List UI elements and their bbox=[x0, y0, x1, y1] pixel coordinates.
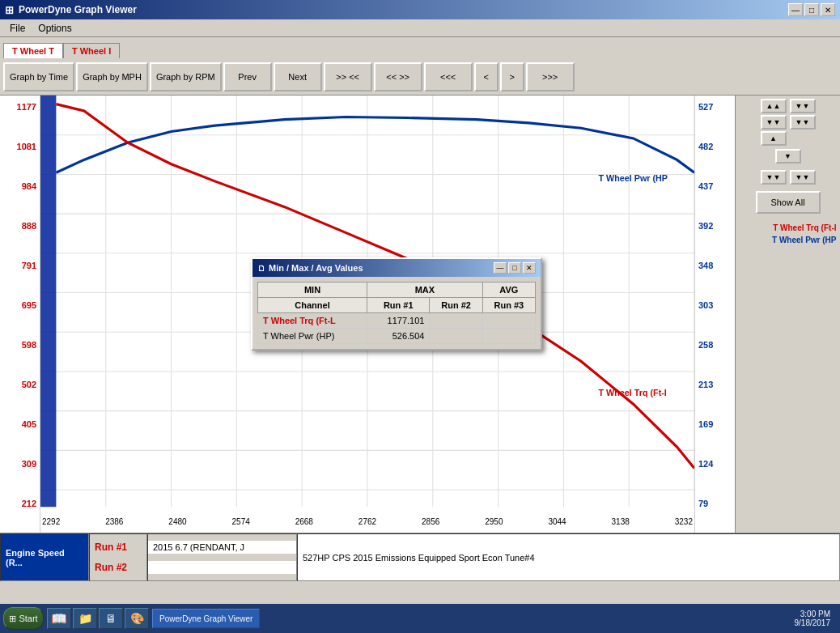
row2-channel: T Wheel Pwr (HP) bbox=[258, 329, 367, 344]
y-right-label-10: 79 bbox=[695, 499, 735, 508]
y-left-label-6: 598 bbox=[0, 340, 40, 350]
nav1-button[interactable]: >> << bbox=[324, 62, 372, 91]
start-button[interactable]: ⊞ Start bbox=[3, 607, 44, 630]
modal-title: Min / Max / Avg Values bbox=[269, 263, 363, 273]
nav3-button[interactable]: <<< bbox=[424, 62, 473, 91]
taskbar-icon2[interactable]: 📁 bbox=[73, 608, 97, 629]
nav2-button[interactable]: << >> bbox=[374, 62, 422, 91]
minimize-button[interactable]: — bbox=[788, 3, 803, 16]
run2-label: Run #2 bbox=[90, 560, 146, 575]
scroll-up-btn[interactable]: ▲ bbox=[761, 131, 787, 146]
x-label-10: 3232 bbox=[675, 517, 693, 526]
y-left-label-9: 309 bbox=[0, 459, 40, 469]
y-left-label-4: 791 bbox=[0, 261, 40, 270]
modal-maximize[interactable]: □ bbox=[508, 262, 521, 274]
y-left-label-0: 1177 bbox=[0, 102, 40, 112]
col-run1: Run #1 bbox=[367, 298, 430, 313]
svg-text:T Wheel Pwr (HP: T Wheel Pwr (HP bbox=[598, 173, 668, 183]
minmax-table: MIN MAX AVG Channel Run #1 Run #2 Run #3 bbox=[257, 282, 536, 344]
taskbar: ⊞ Start 📖 📁 🖥 🎨 PowerDyne Graph Viewer 3… bbox=[0, 604, 840, 633]
taskbar-icon3[interactable]: 🖥 bbox=[99, 608, 123, 629]
legend-area: T Wheel Trq (Ft-l T Wheel Pwr (HP bbox=[740, 223, 837, 244]
row1-run2 bbox=[430, 313, 482, 329]
graph-by-rpm-button[interactable]: Graph by RPM bbox=[150, 62, 222, 91]
scroll-left-left-btn[interactable]: ▼▼ bbox=[790, 115, 816, 130]
scroll-up-up-btn[interactable]: ▲▲ bbox=[761, 99, 787, 113]
y-left-label-2: 984 bbox=[0, 181, 40, 191]
start-label: Start bbox=[19, 614, 37, 623]
minmax-modal: 🗋 Min / Max / Avg Values — □ ✕ MIN MAX A… bbox=[251, 257, 542, 350]
start-icon: ⊞ bbox=[9, 614, 16, 624]
maximize-button[interactable]: □ bbox=[804, 3, 819, 16]
y-right-label-5: 303 bbox=[695, 300, 735, 310]
next-button[interactable]: Next bbox=[274, 62, 322, 91]
y-right-label-0: 527 bbox=[695, 102, 735, 112]
y-left-label-10: 212 bbox=[0, 499, 40, 508]
nav6-button[interactable]: >>> bbox=[526, 62, 575, 91]
y-left-label-1: 1081 bbox=[0, 142, 40, 151]
menu-file[interactable]: File bbox=[3, 21, 32, 36]
modal-minimize[interactable]: — bbox=[494, 262, 507, 274]
col-run2: Run #2 bbox=[430, 298, 482, 313]
y-right-label-6: 258 bbox=[695, 340, 735, 350]
window-title: PowerDyne Graph Viewer bbox=[19, 4, 137, 15]
graph-by-time-button[interactable]: Graph by Time bbox=[3, 62, 74, 91]
y-left-label-3: 888 bbox=[0, 221, 40, 231]
x-label-7: 2950 bbox=[485, 517, 503, 526]
y-left-label-5: 695 bbox=[0, 300, 40, 310]
modal-close[interactable]: ✕ bbox=[523, 262, 536, 274]
scroll-down2-btn[interactable]: ▼▼ bbox=[761, 170, 787, 185]
tab-row: T Wheel T T Wheel I bbox=[0, 37, 840, 58]
x-label-4: 2668 bbox=[295, 517, 313, 526]
clock-date: 9/18/2017 bbox=[795, 618, 831, 627]
legend-red: T Wheel Trq (Ft-l bbox=[740, 223, 837, 232]
nav4-button[interactable]: < bbox=[474, 62, 498, 91]
engine-speed-text: Engine Speed (R... bbox=[6, 548, 83, 567]
graph-by-mph-button[interactable]: Graph by MPH bbox=[76, 62, 148, 91]
taskbar-clock: 3:00 PM 9/18/2017 bbox=[795, 610, 838, 627]
y-right-label-2: 437 bbox=[695, 181, 735, 191]
toolbar: Graph by Time Graph by MPH Graph by RPM … bbox=[0, 58, 840, 96]
scroll-right-right-btn[interactable]: ▼▼ bbox=[790, 99, 816, 113]
prev-button[interactable]: Prev bbox=[223, 62, 272, 91]
run1-label: Run #1 bbox=[90, 540, 146, 554]
right-panel: ▲▲ ▼▼ ▲ ▼▼ ▼▼ ▼ ▼▼ ▼▼ Show All T Wheel T… bbox=[735, 96, 840, 533]
chart-area: T Wheel Trq (Ft-l T Wheel Pwr (HP 2292 2… bbox=[40, 96, 694, 533]
folder-icon: 📁 bbox=[78, 612, 92, 625]
y-right-label-3: 392 bbox=[695, 221, 735, 231]
col-run3: Run #3 bbox=[482, 298, 535, 313]
close-button[interactable]: ✕ bbox=[821, 3, 835, 16]
y-axis-left: 1177 1081 984 888 791 695 598 502 405 30… bbox=[0, 96, 40, 533]
scroll-down-btn[interactable]: ▼ bbox=[775, 149, 801, 164]
taskbar-icon4[interactable]: 🎨 bbox=[125, 608, 149, 629]
row2-run2 bbox=[430, 329, 482, 344]
col-max: MAX bbox=[367, 283, 483, 298]
scroll-down-down-btn[interactable]: ▼▼ bbox=[761, 115, 787, 130]
taskbar-app[interactable]: PowerDyne Graph Viewer bbox=[152, 609, 260, 628]
tab-twheel-t[interactable]: T Wheel T bbox=[3, 43, 63, 58]
legend-blue: T Wheel Pwr (HP bbox=[740, 236, 837, 244]
y-right-label-8: 169 bbox=[695, 419, 735, 429]
taskbar-icon1[interactable]: 📖 bbox=[47, 608, 71, 629]
nav5-button[interactable]: > bbox=[500, 62, 524, 91]
monitor-icon: 🖥 bbox=[105, 612, 117, 625]
desc2: 527HP CPS 2015 Emissions Equipped Sport … bbox=[297, 533, 840, 581]
scroll-down3-btn[interactable]: ▼▼ bbox=[790, 170, 816, 185]
x-label-8: 3044 bbox=[548, 517, 566, 526]
show-all-button[interactable]: Show All bbox=[756, 191, 821, 214]
paint-icon: 🎨 bbox=[130, 612, 144, 625]
svg-rect-20 bbox=[40, 96, 56, 507]
y-right-label-9: 124 bbox=[695, 459, 735, 469]
x-label-3: 2574 bbox=[232, 517, 250, 526]
row1-channel: T Wheel Trq (Ft-L bbox=[258, 313, 367, 329]
col-avg: AVG bbox=[482, 283, 535, 298]
title-bar: ⊞ PowerDyne Graph Viewer — □ ✕ bbox=[0, 0, 840, 19]
x-axis: 2292 2386 2480 2574 2668 2762 2856 2950 … bbox=[40, 510, 694, 533]
row2-value: 526.504 bbox=[367, 329, 430, 344]
menu-options[interactable]: Options bbox=[32, 21, 78, 36]
x-label-5: 2762 bbox=[358, 517, 376, 526]
scroll-group-top: ▲▲ ▼▼ ▲ ▼▼ ▼▼ bbox=[761, 99, 816, 146]
col-min: MIN bbox=[258, 283, 367, 298]
engine-speed-label: Engine Speed (R... bbox=[0, 533, 89, 581]
tab-twheel-i[interactable]: T Wheel I bbox=[63, 43, 120, 58]
